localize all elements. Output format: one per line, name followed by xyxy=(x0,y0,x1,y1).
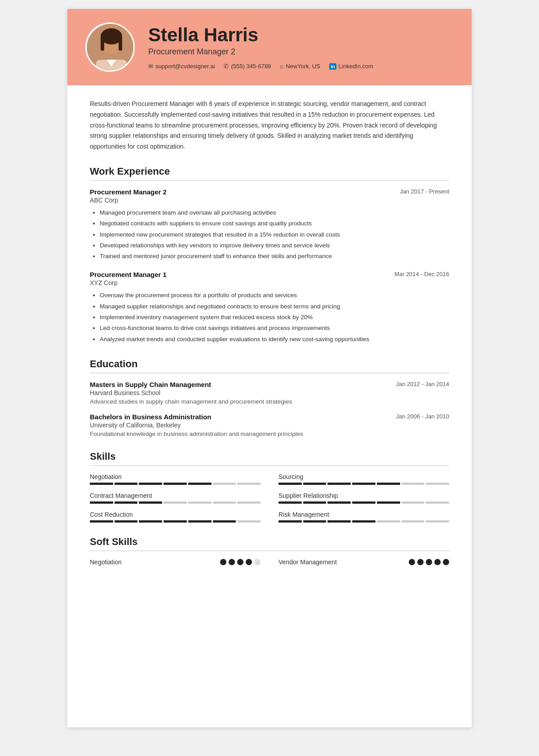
job-header: Procurement Manager 1Mar 2014 - Dec 2016 xyxy=(90,271,449,278)
skills-grid: NegotiationSourcingContract ManagementSu… xyxy=(90,473,449,523)
soft-skill-dots xyxy=(409,559,449,565)
skill-seg-filled xyxy=(115,483,138,485)
skill-name: Contract Management xyxy=(90,492,261,499)
skill-seg-empty xyxy=(237,483,261,485)
skill-seg-filled xyxy=(213,520,236,523)
skill-seg-filled xyxy=(303,483,327,485)
skill-seg-filled xyxy=(115,501,138,504)
phone-icon: ✆ xyxy=(224,63,229,70)
dot-filled xyxy=(434,559,441,565)
bullet-item: Negotiated contracts with suppliers to e… xyxy=(100,218,449,229)
skill-item: Supplier Relationship xyxy=(278,492,449,504)
skill-bar xyxy=(90,501,261,504)
skill-seg-filled xyxy=(90,501,113,504)
skill-seg-filled xyxy=(139,483,162,485)
skill-item: Risk Management xyxy=(278,511,449,523)
bullet-item: Trained and mentored junior procurement … xyxy=(100,251,449,262)
dot-filled xyxy=(220,559,226,565)
skill-seg-filled xyxy=(303,501,327,504)
soft-skill-name: Negotiation xyxy=(90,558,122,566)
skill-seg-empty xyxy=(237,501,261,504)
skill-seg-filled xyxy=(352,520,376,523)
skill-seg-filled xyxy=(163,483,187,485)
linkedin-icon: in xyxy=(329,63,336,70)
skill-seg-empty xyxy=(213,501,236,504)
skill-seg-filled xyxy=(303,520,327,523)
soft-skills-section: Soft Skills NegotiationVendor Management xyxy=(90,536,449,566)
skill-bar xyxy=(90,483,261,485)
skill-name: Sourcing xyxy=(278,473,449,480)
skill-seg-filled xyxy=(377,501,400,504)
bullet-item: Led cross-functional teams to drive cost… xyxy=(100,323,449,334)
skill-seg-empty xyxy=(377,520,400,523)
linkedin-value: LinkedIn.com xyxy=(339,63,373,70)
email-contact: ✉ support@cvdesigner.ai xyxy=(148,63,215,70)
skill-seg-filled xyxy=(139,501,162,504)
job-title: Procurement Manager 2 xyxy=(90,188,167,196)
edu-header: Masters in Supply Chain ManagementJan 20… xyxy=(90,381,449,388)
edu-degree: Bachelors in Business Administration xyxy=(90,413,211,421)
skill-seg-filled xyxy=(327,520,351,523)
edu-description: Advanced studies in supply chain managem… xyxy=(90,398,449,405)
education-section: Education Masters in Supply Chain Manage… xyxy=(90,358,449,437)
avatar xyxy=(85,22,135,72)
header-section: Stella Harris Procurement Manager 2 ✉ su… xyxy=(67,9,472,85)
job-bullets: Managed procurement team and oversaw all… xyxy=(90,207,449,262)
job-entry: Procurement Manager 1Mar 2014 - Dec 2016… xyxy=(90,271,449,344)
job-entry: Procurement Manager 2Jan 2017 - PresentA… xyxy=(90,188,449,262)
skill-seg-filled xyxy=(352,483,376,485)
skill-seg-empty xyxy=(213,483,236,485)
soft-skills-title: Soft Skills xyxy=(90,536,449,551)
skill-seg-empty xyxy=(402,501,425,504)
job-bullets: Oversaw the procurement process for a po… xyxy=(90,290,449,344)
skill-seg-filled xyxy=(163,520,187,523)
skill-seg-filled xyxy=(352,501,376,504)
bullet-item: Managed supplier relationships and negot… xyxy=(100,301,449,312)
edu-description: Foundational knowledge in business admin… xyxy=(90,431,449,437)
skill-seg-filled xyxy=(188,483,212,485)
dot-filled xyxy=(417,559,424,565)
resume-body: Results-driven Procurement Manager with … xyxy=(67,85,472,593)
skill-name: Negotiation xyxy=(90,473,261,480)
svg-rect-4 xyxy=(119,36,122,51)
skill-name: Supplier Relationship xyxy=(278,492,449,499)
work-experience-section: Work Experience Procurement Manager 2Jan… xyxy=(90,166,449,345)
skill-seg-empty xyxy=(426,483,449,485)
skill-name: Cost Reduction xyxy=(90,511,261,518)
dot-filled xyxy=(246,559,252,565)
skill-name: Risk Management xyxy=(278,511,449,518)
location-contact: ⌂ NewYork, US xyxy=(280,63,320,70)
soft-skill-item: Vendor Management xyxy=(278,558,449,566)
location-icon: ⌂ xyxy=(280,63,283,70)
job-date: Jan 2017 - Present xyxy=(400,188,449,195)
summary-text: Results-driven Procurement Manager with … xyxy=(90,99,449,152)
skill-item: Cost Reduction xyxy=(90,511,261,523)
edu-date: Jan 2012 - Jan 2014 xyxy=(396,381,449,387)
skill-seg-empty xyxy=(188,501,212,504)
skill-seg-filled xyxy=(139,520,162,523)
skill-seg-filled xyxy=(115,520,138,523)
job-date: Mar 2014 - Dec 2016 xyxy=(394,271,449,277)
skill-bar xyxy=(90,520,261,523)
resume-container: Stella Harris Procurement Manager 2 ✉ su… xyxy=(67,9,472,727)
contact-row: ✉ support@cvdesigner.ai ✆ (555) 345-6789… xyxy=(148,63,454,70)
skill-seg-empty xyxy=(426,501,449,504)
dot-filled xyxy=(426,559,432,565)
email-value: support@cvdesigner.ai xyxy=(155,63,215,70)
skill-bar xyxy=(278,501,449,504)
skill-seg-empty xyxy=(163,501,187,504)
edu-header: Bachelors in Business AdministrationJan … xyxy=(90,413,449,421)
edu-date: Jan 2006 - Jan 2010 xyxy=(396,413,449,420)
skill-seg-filled xyxy=(278,501,302,504)
soft-skill-name: Vendor Management xyxy=(278,558,337,566)
skill-item: Negotiation xyxy=(90,473,261,485)
skill-seg-empty xyxy=(402,520,425,523)
skill-seg-filled xyxy=(278,483,302,485)
skill-seg-filled xyxy=(90,520,113,523)
skill-seg-filled xyxy=(278,520,302,523)
dot-filled xyxy=(237,559,243,565)
soft-skills-grid: NegotiationVendor Management xyxy=(90,558,449,566)
job-title: Procurement Manager 1 xyxy=(90,271,167,278)
dot-filled xyxy=(409,559,415,565)
education-title: Education xyxy=(90,358,449,374)
